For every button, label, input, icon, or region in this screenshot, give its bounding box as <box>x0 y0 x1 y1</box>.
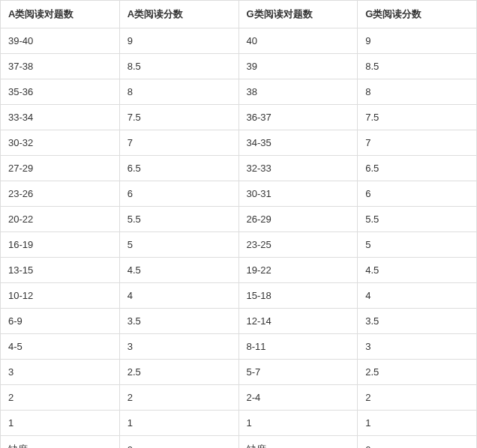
table-cell: 7 <box>119 130 238 156</box>
table-row: 6-93.512-143.5 <box>1 309 477 334</box>
table-cell: 5.5 <box>358 207 477 232</box>
table-cell: 4 <box>358 283 477 309</box>
table-cell: 1 <box>238 411 358 436</box>
table-cell: 39-40 <box>1 28 120 54</box>
table-cell: 23-26 <box>1 181 120 207</box>
table-row: 32.55-72.5 <box>1 360 477 385</box>
table-cell: 2 <box>1 385 120 411</box>
table-cell: 38 <box>238 79 358 105</box>
header-a-score: A类阅读分数 <box>119 1 238 28</box>
table-cell: 3.5 <box>358 309 477 334</box>
table-cell: 5.5 <box>119 207 238 232</box>
table-row: 222-42 <box>1 385 477 411</box>
table-row: 13-154.519-224.5 <box>1 258 477 283</box>
table-cell: 2.5 <box>119 360 238 385</box>
table-cell: 40 <box>238 28 358 54</box>
header-g-correct: G类阅读对题数 <box>238 1 358 28</box>
table-cell: 35-36 <box>1 79 120 105</box>
table-row: 30-32734-357 <box>1 130 477 156</box>
table-row: 27-296.532-336.5 <box>1 156 477 181</box>
table-cell: 19-22 <box>238 258 358 283</box>
table-row: 缺席0缺席0 <box>1 436 477 449</box>
table-cell: 2 <box>119 385 238 411</box>
table-cell: 12-14 <box>238 309 358 334</box>
table-cell: 8.5 <box>119 54 238 79</box>
table-cell: 8 <box>119 79 238 105</box>
table-cell: 30-31 <box>238 181 358 207</box>
table-cell: 5 <box>358 232 477 258</box>
table-cell: 1 <box>1 411 120 436</box>
table-cell: 33-34 <box>1 105 120 130</box>
table-cell: 3 <box>1 360 120 385</box>
table-cell: 4 <box>119 283 238 309</box>
table-cell: 1 <box>119 411 238 436</box>
table-cell: 4.5 <box>358 258 477 283</box>
table-header-row: A类阅读对题数 A类阅读分数 G类阅读对题数 G类阅读分数 <box>1 1 477 28</box>
table-cell: 2-4 <box>238 385 358 411</box>
table-cell: 30-32 <box>1 130 120 156</box>
table-cell: 26-29 <box>238 207 358 232</box>
table-cell: 8 <box>358 79 477 105</box>
header-a-correct: A类阅读对题数 <box>1 1 120 28</box>
table-cell: 36-37 <box>238 105 358 130</box>
table-row: 37-388.5398.5 <box>1 54 477 79</box>
table-cell: 9 <box>119 28 238 54</box>
table-cell: 32-33 <box>238 156 358 181</box>
table-row: 20-225.526-295.5 <box>1 207 477 232</box>
table-cell: 6.5 <box>358 156 477 181</box>
table-cell: 9 <box>358 28 477 54</box>
table-cell: 27-29 <box>1 156 120 181</box>
table-cell: 0 <box>358 436 477 449</box>
table-cell: 15-18 <box>238 283 358 309</box>
table-cell: 34-35 <box>238 130 358 156</box>
table-cell: 37-38 <box>1 54 120 79</box>
table-cell: 6.5 <box>119 156 238 181</box>
table-cell: 2 <box>358 385 477 411</box>
table-cell: 23-25 <box>238 232 358 258</box>
table-cell: 7 <box>358 130 477 156</box>
table-row: 4-538-113 <box>1 334 477 360</box>
table-cell: 4.5 <box>119 258 238 283</box>
table-row: 35-368388 <box>1 79 477 105</box>
table-cell: 5-7 <box>238 360 358 385</box>
table-row: 1111 <box>1 411 477 436</box>
table-cell: 2.5 <box>358 360 477 385</box>
table-row: 39-409409 <box>1 28 477 54</box>
table-cell: 7.5 <box>358 105 477 130</box>
table-cell: 20-22 <box>1 207 120 232</box>
table-cell: 缺席 <box>238 436 358 449</box>
table-cell: 3 <box>119 334 238 360</box>
table-cell: 7.5 <box>119 105 238 130</box>
table-cell: 8.5 <box>358 54 477 79</box>
table-row: 10-12415-184 <box>1 283 477 309</box>
table-row: 16-19523-255 <box>1 232 477 258</box>
table-cell: 8-11 <box>238 334 358 360</box>
score-conversion-table: A类阅读对题数 A类阅读分数 G类阅读对题数 G类阅读分数 39-4094093… <box>0 0 477 448</box>
table-cell: 16-19 <box>1 232 120 258</box>
table-cell: 0 <box>119 436 238 449</box>
table-body: 39-40940937-388.5398.535-36838833-347.53… <box>1 28 477 449</box>
header-g-score: G类阅读分数 <box>358 1 477 28</box>
table-cell: 6-9 <box>1 309 120 334</box>
table-cell: 3 <box>358 334 477 360</box>
table-cell: 1 <box>358 411 477 436</box>
table-row: 23-26630-316 <box>1 181 477 207</box>
table-cell: 4-5 <box>1 334 120 360</box>
table-cell: 6 <box>119 181 238 207</box>
table-cell: 39 <box>238 54 358 79</box>
table-cell: 3.5 <box>119 309 238 334</box>
table-cell: 缺席 <box>1 436 120 449</box>
table-row: 33-347.536-377.5 <box>1 105 477 130</box>
table-cell: 5 <box>119 232 238 258</box>
table-cell: 6 <box>358 181 477 207</box>
table-cell: 13-15 <box>1 258 120 283</box>
table-cell: 10-12 <box>1 283 120 309</box>
